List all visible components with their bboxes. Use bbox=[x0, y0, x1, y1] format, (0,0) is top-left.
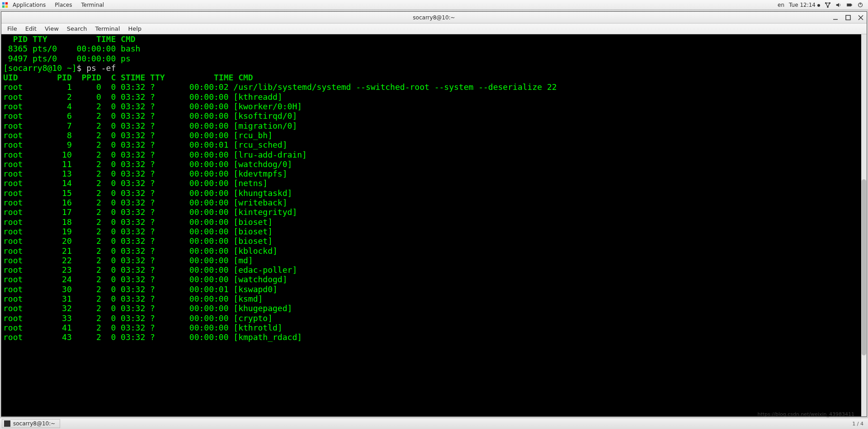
menu-edit[interactable]: Edit bbox=[21, 25, 41, 32]
terminal-menubar: File Edit View Search Terminal Help bbox=[1, 23, 867, 34]
terminal-icon bbox=[4, 420, 10, 427]
taskbar-entry-label: socarry8@10:~ bbox=[13, 420, 55, 427]
menu-search[interactable]: Search bbox=[63, 25, 91, 32]
svg-rect-0 bbox=[2, 2, 5, 4]
watermark-text: https://blog.csdn.net/weixin_43983411 bbox=[757, 411, 854, 417]
terminal-output[interactable]: PID TTY TIME CMD 8365 pts/0 00:00:00 bas… bbox=[1, 34, 861, 416]
svg-rect-9 bbox=[848, 4, 851, 6]
panel-terminal[interactable]: Terminal bbox=[76, 2, 108, 8]
system-tray: en Tue 12:14 bbox=[778, 2, 866, 8]
svg-rect-3 bbox=[5, 5, 8, 7]
bottom-taskbar: socarry8@10:~ 1 / 4 bbox=[0, 418, 868, 429]
panel-places[interactable]: Places bbox=[50, 2, 76, 8]
power-icon[interactable] bbox=[857, 2, 863, 8]
minimize-button[interactable] bbox=[831, 14, 840, 22]
svg-rect-2 bbox=[2, 5, 5, 7]
menu-view[interactable]: View bbox=[41, 25, 63, 32]
svg-rect-8 bbox=[851, 5, 852, 5]
svg-rect-13 bbox=[846, 15, 850, 20]
window-titlebar[interactable]: socarry8@10:~ bbox=[1, 12, 867, 23]
menu-help[interactable]: Help bbox=[124, 25, 146, 32]
menu-terminal[interactable]: Terminal bbox=[91, 25, 124, 32]
workspace-indicator[interactable]: 1 / 4 bbox=[852, 421, 866, 427]
taskbar-entry-terminal[interactable]: socarry8@10:~ bbox=[2, 419, 60, 428]
svg-rect-1 bbox=[5, 2, 8, 4]
network-icon[interactable] bbox=[825, 2, 831, 8]
keyboard-layout-indicator[interactable]: en bbox=[778, 2, 784, 8]
panel-applications[interactable]: Applications bbox=[8, 2, 50, 8]
window-title: socarry8@10:~ bbox=[1, 14, 867, 21]
menu-file[interactable]: File bbox=[3, 25, 21, 32]
terminal-scrollbar[interactable] bbox=[861, 34, 867, 416]
volume-icon[interactable] bbox=[835, 2, 842, 8]
maximize-button[interactable] bbox=[844, 14, 852, 22]
battery-icon[interactable] bbox=[846, 2, 853, 8]
scrollbar-thumb[interactable] bbox=[862, 179, 866, 355]
terminal-window: socarry8@10:~ File Edit View Search Term… bbox=[1, 11, 867, 417]
activities-icon[interactable] bbox=[2, 2, 8, 8]
gnome-top-panel: Applications Places Terminal en Tue 12:1… bbox=[0, 0, 868, 10]
close-button[interactable] bbox=[857, 14, 865, 22]
clock[interactable]: Tue 12:14 bbox=[789, 2, 820, 8]
